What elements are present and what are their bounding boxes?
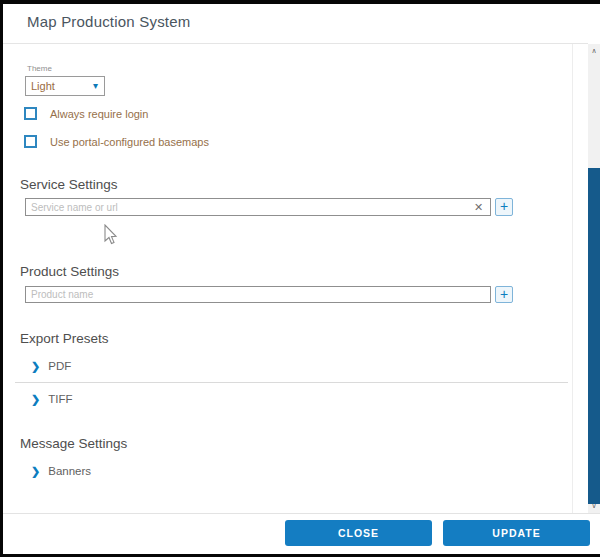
theme-select[interactable]: Light ▾ bbox=[25, 76, 105, 96]
mouse-cursor-icon bbox=[102, 224, 118, 246]
always-require-login-checkbox[interactable] bbox=[24, 107, 37, 120]
update-button[interactable]: UPDATE bbox=[443, 520, 590, 546]
accordion-item-label: Banners bbox=[48, 465, 91, 477]
scrollbar-thumb[interactable] bbox=[588, 168, 600, 504]
message-settings-heading: Message Settings bbox=[20, 436, 127, 451]
add-service-button[interactable]: + bbox=[495, 198, 513, 216]
export-presets-heading: Export Presets bbox=[20, 331, 109, 346]
theme-selected-value: Light bbox=[31, 80, 55, 92]
service-name-input[interactable] bbox=[25, 198, 491, 216]
capture-frame-left bbox=[0, 0, 3, 557]
scroll-up-icon[interactable]: ∧ bbox=[588, 44, 600, 58]
header-divider bbox=[3, 43, 588, 44]
portal-basemaps-label: Use portal-configured basemaps bbox=[50, 136, 209, 148]
chevron-right-icon: ❯ bbox=[31, 393, 40, 405]
add-product-button[interactable]: + bbox=[495, 286, 513, 303]
theme-field-label: Theme bbox=[27, 64, 52, 73]
row-divider bbox=[15, 382, 568, 383]
accordion-item-label: PDF bbox=[48, 360, 71, 372]
plus-icon: + bbox=[500, 286, 508, 302]
capture-frame-top bbox=[0, 0, 600, 4]
chevron-right-icon: ❯ bbox=[31, 465, 40, 477]
plus-icon: + bbox=[500, 198, 508, 214]
map-production-system-dialog: Map Production System Theme Light ▾ Alwa… bbox=[0, 0, 600, 557]
content-right-border bbox=[572, 44, 573, 513]
product-settings-heading: Product Settings bbox=[20, 264, 119, 279]
accordion-item-pdf[interactable]: ❯ PDF bbox=[31, 358, 71, 374]
accordion-item-banners[interactable]: ❯ Banners bbox=[31, 463, 91, 479]
service-settings-heading: Service Settings bbox=[20, 177, 118, 192]
scroll-down-icon[interactable]: ∨ bbox=[588, 499, 600, 513]
always-require-login-label: Always require login bbox=[50, 108, 148, 120]
accordion-item-tiff[interactable]: ❯ TIFF bbox=[31, 391, 73, 407]
chevron-down-icon: ▾ bbox=[93, 81, 98, 91]
dialog-title: Map Production System bbox=[27, 13, 190, 30]
portal-basemaps-checkbox[interactable] bbox=[24, 135, 37, 148]
footer-divider bbox=[3, 513, 600, 514]
close-button[interactable]: CLOSE bbox=[285, 520, 432, 546]
vertical-scrollbar[interactable]: ∧ ∨ bbox=[588, 44, 600, 513]
product-name-input[interactable] bbox=[25, 286, 491, 303]
chevron-right-icon: ❯ bbox=[31, 360, 40, 372]
clear-input-icon[interactable]: ✕ bbox=[474, 201, 483, 213]
accordion-item-label: TIFF bbox=[48, 393, 72, 405]
